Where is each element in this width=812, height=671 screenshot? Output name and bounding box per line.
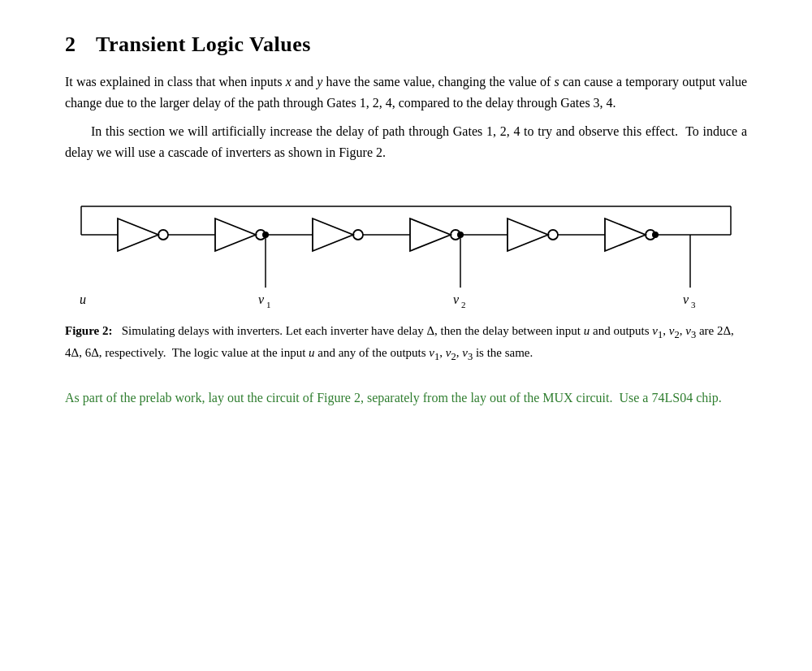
svg-marker-3: [118, 219, 158, 251]
svg-marker-6: [215, 219, 256, 251]
svg-marker-19: [508, 219, 548, 251]
label-u: u: [80, 292, 86, 306]
svg-marker-22: [605, 219, 646, 251]
label-v3-sub: 3: [691, 300, 696, 310]
prelab-paragraph: As part of the prelab work, lay out the …: [65, 387, 747, 409]
figure-caption: Figure 2: Simulating delays with inverte…: [65, 322, 747, 365]
paragraph-2: In this section we will artificially inc…: [65, 121, 747, 162]
section-heading: 2 Transient Logic Values: [65, 32, 747, 57]
svg-marker-14: [410, 219, 451, 251]
section-title: Transient Logic Values: [96, 32, 311, 56]
figure-2-container: u v 1 v 2 v 3 Figure 2: Simulating delay…: [65, 182, 747, 373]
label-v1-sub: 1: [266, 300, 271, 310]
label-v2-sub: 2: [461, 300, 466, 310]
label-v2: v: [453, 292, 460, 306]
section-number: 2: [65, 32, 76, 56]
paragraph-1: It was explained in class that when inpu…: [65, 71, 747, 113]
label-v3: v: [683, 292, 689, 306]
circuit-diagram: u v 1 v 2 v 3: [73, 182, 739, 312]
svg-point-25: [652, 232, 659, 238]
label-v1: v: [258, 292, 265, 306]
svg-marker-11: [313, 219, 353, 251]
